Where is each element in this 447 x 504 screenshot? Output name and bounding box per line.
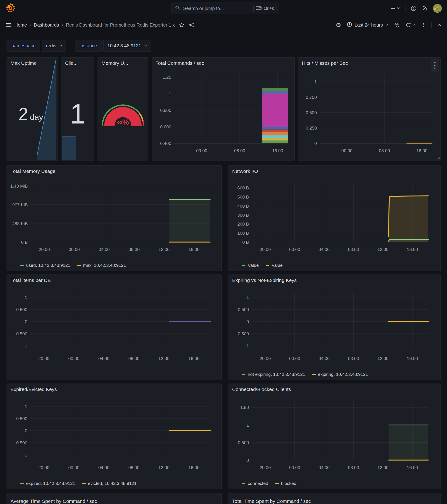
panel-title[interactable]: Network I/O [232, 168, 438, 174]
svg-text:-0.500: -0.500 [236, 331, 249, 336]
legend-item[interactable]: not expiring, 10.42.3.48:9121 [242, 372, 305, 377]
expired-evicted-chart[interactable]: 20:0000:0004:0008:0012:0016:0010.5000-0.… [10, 395, 219, 475]
svg-text:20:00: 20:00 [260, 465, 271, 470]
panel-resize-handle[interactable] [437, 156, 440, 160]
panel-title[interactable]: Connected/Blocked Clients [232, 387, 438, 392]
total-commands-chart[interactable]: 00:0008:0016:001.2010.8000.6000.400 [154, 68, 292, 158]
time-range-picker[interactable]: Last 24 hours [347, 22, 389, 28]
chevron-down-icon [397, 6, 400, 11]
news-rss-icon[interactable] [422, 5, 428, 11]
legend-item[interactable]: connected [242, 481, 268, 486]
svg-text:977 KiB: 977 KiB [12, 202, 28, 207]
connected-blocked-chart[interactable]: 20:0000:0004:0008:0012:0016:001.5010.500… [231, 395, 438, 475]
svg-text:500 B: 500 B [237, 195, 249, 199]
add-new-button[interactable] [390, 6, 400, 11]
svg-text:16:00: 16:00 [407, 356, 418, 361]
svg-text:0.250: 0.250 [306, 126, 317, 130]
svg-text:16:00: 16:00 [188, 356, 199, 361]
items-per-db-chart[interactable]: 20:0000:0004:0008:0012:0016:0010.5000-0.… [10, 286, 219, 366]
svg-text:-1: -1 [23, 343, 27, 348]
svg-text:0.750: 0.750 [306, 95, 317, 100]
legend-item[interactable]: max, 10.42.3.48:9121 [77, 263, 126, 268]
svg-text:12:00: 12:00 [158, 247, 170, 252]
svg-text:488 KiB: 488 KiB [12, 221, 28, 226]
svg-text:04:00: 04:00 [98, 356, 109, 361]
zoom-out-button[interactable] [394, 22, 400, 28]
panel-title[interactable]: Average Time Spent by Command / sec [11, 498, 219, 504]
stat-value: 2 [19, 104, 28, 124]
time-range-label: Last 24 hours [355, 22, 383, 28]
breadcrumb-home[interactable]: Home [15, 22, 27, 28]
variable-namespace-label[interactable]: namespace [6, 40, 40, 52]
favorite-star-icon[interactable] [179, 22, 185, 28]
svg-text:1: 1 [246, 423, 249, 428]
svg-text:0.800: 0.800 [160, 108, 171, 113]
hits-misses-chart[interactable]: 00:0008:0016:0010.7500.5000.2500 [300, 68, 438, 158]
svg-text:16:00: 16:00 [407, 247, 418, 252]
svg-text:-0.500: -0.500 [15, 331, 27, 336]
panel-title[interactable]: Total Memory Usage [11, 168, 219, 174]
mega-menu-toggle[interactable] [6, 22, 12, 28]
panel-total-time-by-command: Total Time Spent by Command / sec [228, 493, 441, 504]
svg-text:08:00: 08:00 [128, 356, 139, 361]
refresh-button[interactable] [406, 22, 415, 28]
breadcrumb-dashboards[interactable]: Dashboards [34, 22, 59, 28]
panel-title[interactable]: Hits / Misses per Sec [302, 60, 438, 66]
svg-text:100 B: 100 B [237, 231, 249, 235]
collapse-chevron-up-icon[interactable] [437, 23, 441, 27]
dashboard-settings-button[interactable]: ⚙ [336, 22, 341, 28]
svg-text:600 B: 600 B [237, 185, 249, 190]
variable-instance-select[interactable]: 10.42.3.48:9121 [103, 40, 151, 52]
top-nav: Search or jump to... ctrl+k ? [0, 0, 447, 17]
legend-item[interactable]: Value [242, 263, 259, 268]
panel-title[interactable]: Expired/Evicted Keys [11, 387, 219, 392]
panel-title[interactable]: Total Commands / sec [155, 60, 292, 66]
legend-item[interactable]: expiring, 10.42.3.48:9121 [312, 372, 368, 377]
legend-item[interactable]: expired, 10.42.3.48:9121 [20, 481, 75, 486]
panel-title[interactable]: Total Items per DB [11, 277, 219, 283]
panel-items-per-db: Total Items per DB 20:0000:0004:0008:001… [6, 274, 222, 380]
svg-text:0.600: 0.600 [160, 125, 171, 129]
panel-total-commands: Total Commands / sec 00:0008:0016:001.20… [152, 57, 295, 161]
svg-text:0.400: 0.400 [160, 141, 171, 146]
legend-item[interactable]: used, 10.42.3.48:9121 [20, 263, 70, 268]
panel-title[interactable]: Clie... [65, 60, 91, 66]
help-icon[interactable]: ? [411, 5, 417, 11]
chevron-down-icon [412, 22, 415, 28]
svg-text:16:00: 16:00 [188, 465, 199, 470]
legend: connectedblocked [242, 480, 296, 487]
panel-title[interactable]: Expiring vs Not-Expiring Keys [232, 277, 438, 283]
panel-connected-blocked: Connected/Blocked Clients 20:0000:0004:0… [228, 383, 441, 489]
svg-text:1: 1 [25, 404, 27, 409]
expiring-keys-chart[interactable]: 20:0000:0004:0008:0012:0016:0010.5000-0.… [231, 286, 438, 366]
legend-item[interactable]: Value [266, 263, 283, 268]
panel-title[interactable]: Total Time Spent by Command / sec [232, 498, 438, 504]
legend-item[interactable]: blocked [275, 481, 296, 486]
svg-text:0.500: 0.500 [238, 440, 249, 445]
search-input[interactable]: Search or jump to... ctrl+k [171, 2, 279, 14]
svg-text:0 B: 0 B [242, 240, 249, 245]
svg-text:00:00: 00:00 [69, 247, 80, 252]
svg-text:1: 1 [25, 295, 27, 300]
svg-text:00:00: 00:00 [196, 148, 207, 153]
kebab-menu-icon[interactable] [421, 22, 426, 28]
panel-title[interactable]: Memory U... [101, 60, 145, 66]
svg-text:1.50: 1.50 [240, 405, 249, 410]
svg-text:0: 0 [314, 141, 317, 146]
memory-gauge: ∞% [101, 101, 145, 128]
user-avatar[interactable] [433, 4, 442, 13]
variable-namespace-select[interactable]: redis [42, 40, 66, 52]
legend-item[interactable]: evicted, 10.42.3.48:9121 [82, 481, 136, 486]
panel-memory-usage-gauge: Memory U... ∞% [97, 57, 148, 161]
network-io-chart[interactable]: 20:0000:0004:0008:0012:0016:00600 B500 B… [231, 177, 438, 257]
variable-instance-label[interactable]: instance [75, 40, 102, 52]
share-icon[interactable] [189, 22, 194, 28]
panel-total-memory: Total Memory Usage 20:0000:0004:0008:001… [6, 165, 222, 271]
breadcrumb-separator: › [30, 23, 31, 27]
svg-text:08:00: 08:00 [379, 148, 390, 153]
total-memory-chart[interactable]: 20:0000:0004:0008:0012:0016:001.43 MiB97… [10, 177, 219, 257]
breadcrumb: Home › Dashboards › Redis Dashboard for … [15, 22, 175, 28]
svg-text:04:00: 04:00 [318, 247, 330, 252]
grafana-logo-icon[interactable] [5, 3, 16, 14]
svg-text:00:00: 00:00 [68, 356, 79, 361]
